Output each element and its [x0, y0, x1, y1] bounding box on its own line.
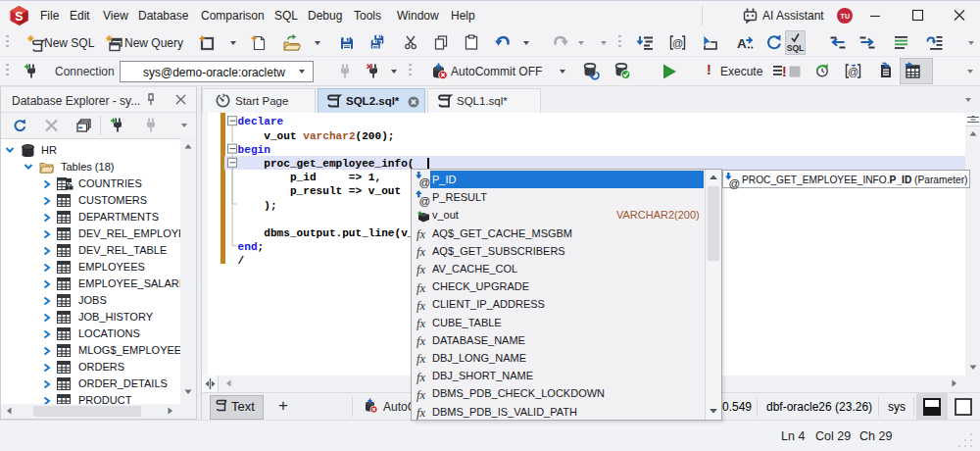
svg-text:fx: fx: [416, 406, 425, 420]
svg-text:fx: fx: [416, 388, 425, 402]
svg-text:A: A: [737, 36, 747, 51]
svg-text:!: !: [782, 64, 787, 79]
svg-text:@: @: [848, 66, 858, 77]
svg-text:@: @: [419, 194, 431, 206]
svg-text:@: @: [419, 176, 431, 188]
svg-text:fx: fx: [416, 299, 425, 313]
svg-text:fx: fx: [416, 371, 425, 384]
svg-text:fx: fx: [416, 227, 425, 241]
svg-text:fx: fx: [416, 334, 425, 348]
svg-text:fx: fx: [416, 281, 425, 295]
svg-text:S: S: [15, 10, 23, 24]
svg-text:fx: fx: [416, 263, 425, 276]
svg-text:SQL: SQL: [787, 43, 804, 53]
svg-text:fx: fx: [416, 352, 425, 366]
svg-text:fx: fx: [416, 317, 425, 330]
svg-text:@: @: [729, 176, 741, 188]
svg-text:@: @: [672, 37, 683, 49]
svg-text:fx: fx: [416, 245, 425, 259]
